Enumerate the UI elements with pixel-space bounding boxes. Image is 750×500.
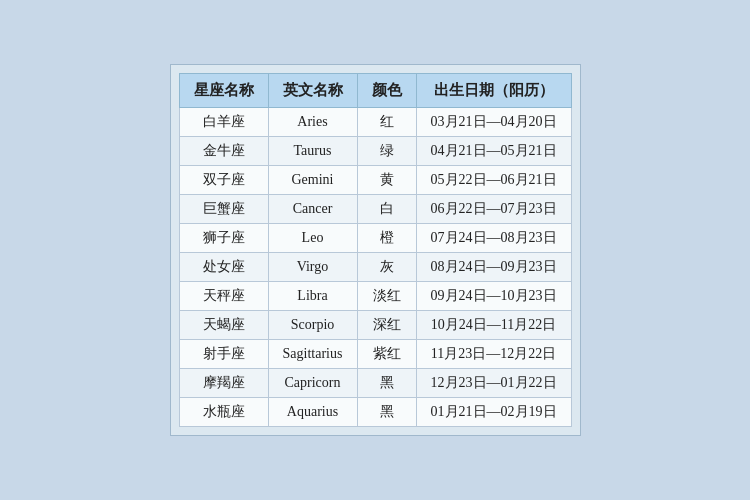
table-cell-10-0: 水瓶座 <box>179 398 268 427</box>
table-header-row: 星座名称英文名称颜色出生日期（阳历） <box>179 74 571 108</box>
table-cell-5-2: 灰 <box>357 253 416 282</box>
table-cell-4-1: Leo <box>268 224 357 253</box>
table-cell-9-1: Capricorn <box>268 369 357 398</box>
table-cell-10-1: Aquarius <box>268 398 357 427</box>
table-cell-0-1: Aries <box>268 108 357 137</box>
table-cell-1-0: 金牛座 <box>179 137 268 166</box>
table-cell-4-3: 07月24日—08月23日 <box>416 224 571 253</box>
table-cell-6-2: 淡红 <box>357 282 416 311</box>
table-row: 狮子座Leo橙07月24日—08月23日 <box>179 224 571 253</box>
table-cell-3-3: 06月22日—07月23日 <box>416 195 571 224</box>
table-cell-0-0: 白羊座 <box>179 108 268 137</box>
table-cell-7-3: 10月24日—11月22日 <box>416 311 571 340</box>
table-cell-1-1: Taurus <box>268 137 357 166</box>
table-cell-8-3: 11月23日—12月22日 <box>416 340 571 369</box>
table-cell-5-1: Virgo <box>268 253 357 282</box>
table-cell-2-2: 黄 <box>357 166 416 195</box>
table-cell-1-2: 绿 <box>357 137 416 166</box>
column-header-1: 英文名称 <box>268 74 357 108</box>
table-cell-10-2: 黑 <box>357 398 416 427</box>
table-cell-6-0: 天秤座 <box>179 282 268 311</box>
column-header-2: 颜色 <box>357 74 416 108</box>
column-header-3: 出生日期（阳历） <box>416 74 571 108</box>
table-cell-0-2: 红 <box>357 108 416 137</box>
table-cell-9-0: 摩羯座 <box>179 369 268 398</box>
table-row: 巨蟹座Cancer白06月22日—07月23日 <box>179 195 571 224</box>
table-row: 双子座Gemini黄05月22日—06月21日 <box>179 166 571 195</box>
table-cell-10-3: 01月21日—02月19日 <box>416 398 571 427</box>
table-cell-7-2: 深红 <box>357 311 416 340</box>
table-cell-2-3: 05月22日—06月21日 <box>416 166 571 195</box>
table-row: 天秤座Libra淡红09月24日—10月23日 <box>179 282 571 311</box>
zodiac-table: 星座名称英文名称颜色出生日期（阳历） 白羊座Aries红03月21日—04月20… <box>179 73 572 427</box>
table-row: 白羊座Aries红03月21日—04月20日 <box>179 108 571 137</box>
table-cell-3-0: 巨蟹座 <box>179 195 268 224</box>
table-cell-5-0: 处女座 <box>179 253 268 282</box>
table-row: 处女座Virgo灰08月24日—09月23日 <box>179 253 571 282</box>
column-header-0: 星座名称 <box>179 74 268 108</box>
table-cell-8-0: 射手座 <box>179 340 268 369</box>
table-cell-0-3: 03月21日—04月20日 <box>416 108 571 137</box>
table-cell-4-2: 橙 <box>357 224 416 253</box>
table-cell-4-0: 狮子座 <box>179 224 268 253</box>
table-cell-8-1: Sagittarius <box>268 340 357 369</box>
table-row: 射手座Sagittarius紫红11月23日—12月22日 <box>179 340 571 369</box>
table-row: 水瓶座Aquarius黑01月21日—02月19日 <box>179 398 571 427</box>
table-cell-9-3: 12月23日—01月22日 <box>416 369 571 398</box>
table-cell-2-1: Gemini <box>268 166 357 195</box>
table-row: 天蝎座Scorpio深红10月24日—11月22日 <box>179 311 571 340</box>
table-cell-8-2: 紫红 <box>357 340 416 369</box>
table-cell-6-3: 09月24日—10月23日 <box>416 282 571 311</box>
table-cell-5-3: 08月24日—09月23日 <box>416 253 571 282</box>
table-row: 摩羯座Capricorn黑12月23日—01月22日 <box>179 369 571 398</box>
table-cell-3-1: Cancer <box>268 195 357 224</box>
table-cell-7-0: 天蝎座 <box>179 311 268 340</box>
zodiac-table-container: 星座名称英文名称颜色出生日期（阳历） 白羊座Aries红03月21日—04月20… <box>170 64 581 436</box>
table-cell-2-0: 双子座 <box>179 166 268 195</box>
table-cell-6-1: Libra <box>268 282 357 311</box>
table-cell-1-3: 04月21日—05月21日 <box>416 137 571 166</box>
table-cell-7-1: Scorpio <box>268 311 357 340</box>
table-cell-3-2: 白 <box>357 195 416 224</box>
table-cell-9-2: 黑 <box>357 369 416 398</box>
table-row: 金牛座Taurus绿04月21日—05月21日 <box>179 137 571 166</box>
